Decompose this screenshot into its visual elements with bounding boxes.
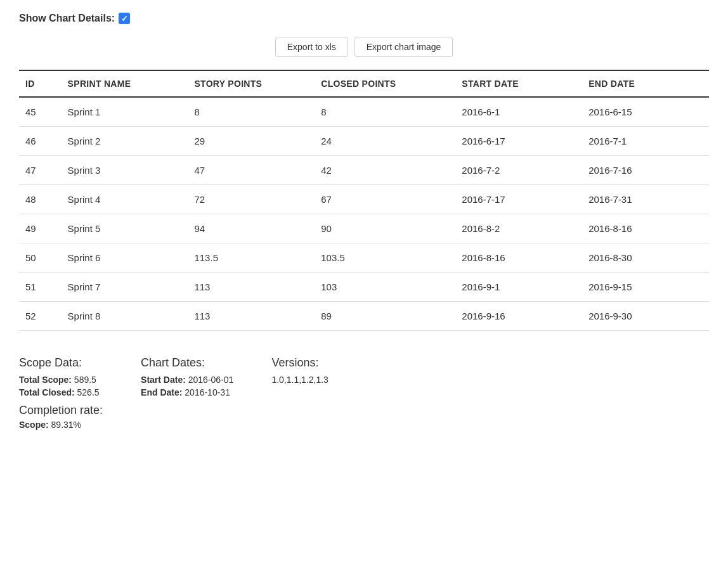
cell-id: 49	[19, 214, 62, 243]
cell-closed-points: 103	[315, 273, 455, 302]
toolbar: Export to xls Export chart image	[19, 37, 709, 57]
cell-story-points: 47	[188, 156, 315, 185]
cell-sprint-name: Sprint 4	[62, 185, 188, 214]
cell-end-date: 2016-8-16	[582, 214, 709, 243]
col-header-start-date: START DATE	[455, 70, 582, 97]
cell-start-date: 2016-8-2	[455, 214, 582, 243]
cell-closed-points: 90	[315, 214, 455, 243]
cell-sprint-name: Sprint 2	[62, 127, 188, 156]
completion-rate-title: Completion rate:	[19, 404, 103, 417]
cell-start-date: 2016-6-1	[455, 97, 582, 127]
table-row: 46Sprint 229242016-6-172016-7-1	[19, 127, 709, 156]
cell-sprint-name: Sprint 5	[62, 214, 188, 243]
table-row: 51Sprint 71131032016-9-12016-9-15	[19, 273, 709, 302]
table-row: 45Sprint 1882016-6-12016-6-15	[19, 97, 709, 127]
show-chart-details-row: Show Chart Details:	[19, 13, 709, 24]
col-header-sprint: SPRINT NAME	[62, 70, 188, 97]
table-row: 52Sprint 8113892016-9-162016-9-30	[19, 302, 709, 331]
table-row: 47Sprint 347422016-7-22016-7-16	[19, 156, 709, 185]
scope-pct-row: Scope: 89.31%	[19, 420, 103, 430]
cell-id: 48	[19, 185, 62, 214]
cell-start-date: 2016-7-17	[455, 185, 582, 214]
chart-start-val: 2016-06-01	[188, 375, 234, 385]
show-chart-checkbox[interactable]	[119, 13, 130, 24]
chart-dates-title: Chart Dates:	[141, 356, 233, 370]
cell-start-date: 2016-8-16	[455, 243, 582, 273]
col-header-end-date: END DATE	[582, 70, 709, 97]
sprint-table: IDSPRINT NAMESTORY POINTSCLOSED POINTSST…	[19, 70, 709, 331]
total-closed-row: Total Closed: 526.5	[19, 387, 103, 397]
cell-end-date: 2016-9-30	[582, 302, 709, 331]
cell-closed-points: 103.5	[315, 243, 455, 273]
cell-id: 45	[19, 97, 62, 127]
table-row: 49Sprint 594902016-8-22016-8-16	[19, 214, 709, 243]
total-scope-row: Total Scope: 589.5	[19, 375, 103, 385]
col-header-closed-points: CLOSED POINTS	[315, 70, 455, 97]
chart-end-val: 2016-10-31	[185, 387, 230, 397]
cell-story-points: 113	[188, 273, 315, 302]
cell-id: 46	[19, 127, 62, 156]
footer-section: Scope Data: Total Scope: 589.5 Total Clo…	[19, 350, 709, 430]
cell-start-date: 2016-6-17	[455, 127, 582, 156]
total-closed-val: 526.5	[77, 387, 100, 397]
cell-sprint-name: Sprint 8	[62, 302, 188, 331]
cell-story-points: 29	[188, 127, 315, 156]
scope-pct-val: 89.31%	[51, 420, 81, 430]
chart-start-date-label: Start Date:	[141, 375, 186, 385]
cell-closed-points: 89	[315, 302, 455, 331]
scope-data-block: Scope Data: Total Scope: 589.5 Total Clo…	[19, 356, 103, 430]
table-row: 48Sprint 472672016-7-172016-7-31	[19, 185, 709, 214]
cell-story-points: 72	[188, 185, 315, 214]
cell-closed-points: 67	[315, 185, 455, 214]
chart-start-date-row: Start Date: 2016-06-01	[141, 375, 233, 385]
cell-start-date: 2016-7-2	[455, 156, 582, 185]
cell-closed-points: 8	[315, 97, 455, 127]
cell-end-date: 2016-6-15	[582, 97, 709, 127]
cell-id: 52	[19, 302, 62, 331]
total-closed-label: Total Closed:	[19, 387, 75, 397]
total-scope-val: 589.5	[74, 375, 96, 385]
cell-end-date: 2016-7-1	[582, 127, 709, 156]
cell-sprint-name: Sprint 6	[62, 243, 188, 273]
versions-title: Versions:	[271, 356, 328, 370]
cell-end-date: 2016-9-15	[582, 273, 709, 302]
total-scope-label: Total Scope:	[19, 375, 72, 385]
scope-data-title: Scope Data:	[19, 356, 103, 370]
cell-id: 50	[19, 243, 62, 273]
cell-start-date: 2016-9-1	[455, 273, 582, 302]
cell-start-date: 2016-9-16	[455, 302, 582, 331]
cell-closed-points: 24	[315, 127, 455, 156]
table-header-row: IDSPRINT NAMESTORY POINTSCLOSED POINTSST…	[19, 70, 709, 97]
cell-closed-points: 42	[315, 156, 455, 185]
versions-block: Versions: 1.0,1.1,1.2,1.3	[271, 356, 328, 430]
col-header-id: ID	[19, 70, 62, 97]
show-chart-label: Show Chart Details:	[19, 13, 115, 24]
cell-story-points: 113	[188, 302, 315, 331]
table-row: 50Sprint 6113.5103.52016-8-162016-8-30	[19, 243, 709, 273]
export-image-button[interactable]: Export chart image	[354, 37, 453, 57]
cell-end-date: 2016-7-16	[582, 156, 709, 185]
cell-end-date: 2016-8-30	[582, 243, 709, 273]
cell-end-date: 2016-7-31	[582, 185, 709, 214]
cell-story-points: 94	[188, 214, 315, 243]
chart-end-date-label: End Date:	[141, 387, 182, 397]
cell-sprint-name: Sprint 3	[62, 156, 188, 185]
cell-sprint-name: Sprint 1	[62, 97, 188, 127]
cell-story-points: 8	[188, 97, 315, 127]
cell-story-points: 113.5	[188, 243, 315, 273]
col-header-story-points: STORY POINTS	[188, 70, 315, 97]
cell-sprint-name: Sprint 7	[62, 273, 188, 302]
cell-id: 51	[19, 273, 62, 302]
chart-dates-block: Chart Dates: Start Date: 2016-06-01 End …	[141, 356, 233, 430]
versions-value: 1.0,1.1,1.2,1.3	[271, 375, 328, 385]
cell-id: 47	[19, 156, 62, 185]
scope-pct-label: Scope:	[19, 420, 49, 430]
export-xls-button[interactable]: Export to xls	[275, 37, 348, 57]
chart-end-date-row: End Date: 2016-10-31	[141, 387, 233, 397]
